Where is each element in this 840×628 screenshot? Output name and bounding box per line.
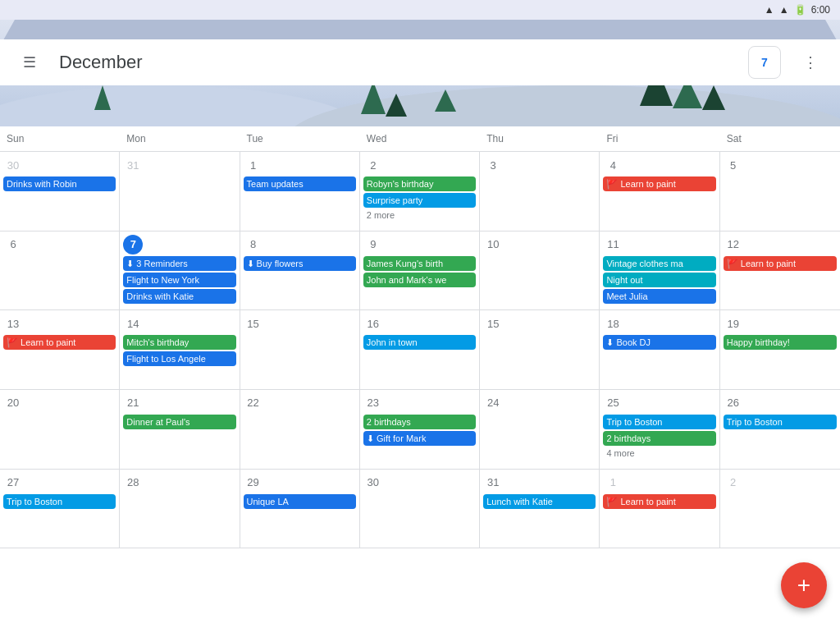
signal-icon: ▲	[779, 4, 789, 16]
calendar-day: 18⬇ Book DJ	[600, 310, 719, 389]
calendar-event[interactable]: 🚩 Learn to paint	[724, 256, 837, 271]
calendar-day: 10	[480, 231, 600, 310]
calendar-event[interactable]: 2 birthdays	[363, 415, 476, 429]
day-number[interactable]: 25	[603, 393, 623, 413]
calendar-event[interactable]: Dinner at Paul's	[123, 415, 235, 429]
calendar-event[interactable]: 🚩 Learn to paint	[3, 335, 116, 350]
day-number[interactable]: 21	[123, 393, 143, 413]
calendar-event[interactable]: Night out	[603, 273, 715, 287]
calendar-event[interactable]: Happy birthday!	[724, 335, 837, 350]
day-number[interactable]: 15	[483, 314, 503, 333]
calendar-event[interactable]: ⬇ Book DJ	[603, 335, 715, 350]
day-number[interactable]: 26	[724, 393, 743, 413]
calendar-day: 22	[240, 390, 360, 469]
calendar-event[interactable]: 🚩 Learn to paint	[603, 494, 715, 509]
day-number[interactable]: 5	[724, 155, 743, 175]
calendar-event[interactable]: Lunch with Katie	[483, 494, 596, 509]
calendar-day: 24	[480, 390, 600, 469]
calendar-week-3: 2021Dinner at Paul's22232 birthdays⬇ Gif…	[0, 390, 840, 470]
calendar-day: 25Trip to Boston2 birthdays4 more	[600, 390, 719, 469]
status-bar: ▲ ▲ 🔋 6:00	[0, 0, 840, 20]
day-number[interactable]: 31	[123, 155, 143, 175]
add-event-fab[interactable]: +	[781, 562, 827, 608]
day-number[interactable]: 29	[244, 473, 263, 493]
day-number[interactable]: 30	[3, 155, 23, 175]
calendar-event[interactable]: Trip to Boston	[724, 415, 837, 429]
calendar-event[interactable]: ⬇ 3 Reminders	[123, 256, 235, 271]
day-header-sat: Sat	[720, 130, 840, 148]
day-number[interactable]: 18	[603, 314, 623, 333]
day-number[interactable]: 12	[724, 235, 743, 254]
day-number[interactable]: 2	[363, 155, 383, 175]
calendar-event[interactable]: Unique LA	[244, 494, 356, 509]
calendar-day: 12🚩 Learn to paint	[720, 231, 840, 310]
menu-button[interactable]: ☰	[13, 46, 46, 79]
day-number[interactable]: 20	[3, 393, 23, 413]
svg-marker-3	[361, 81, 386, 114]
day-number[interactable]: 27	[3, 473, 23, 493]
day-header-sun: Sun	[0, 130, 120, 148]
calendar-event[interactable]: Flight to New York	[123, 273, 235, 287]
calendar-event[interactable]: Robyn's birthday	[363, 176, 476, 191]
calendar-date-button[interactable]: 7	[748, 46, 781, 79]
day-number[interactable]: 3	[483, 155, 503, 175]
more-events-link[interactable]: 4 more	[603, 447, 715, 459]
day-header-mon: Mon	[120, 130, 240, 148]
calendar-week-4: 27Trip to Boston2829Unique LA3031Lunch w…	[0, 470, 840, 549]
day-number[interactable]: 30	[363, 473, 383, 493]
calendar-event[interactable]: Surprise party	[363, 193, 476, 208]
calendar-day: 6	[0, 231, 120, 310]
day-number[interactable]: 1	[244, 155, 263, 175]
day-number[interactable]: 22	[244, 393, 263, 413]
calendar-day: 31	[120, 152, 240, 231]
calendar-container: SunMonTueWedThuFriSat 30Drinks with Robi…	[0, 126, 840, 628]
calendar-event[interactable]: John in town	[363, 335, 476, 350]
calendar-event[interactable]: Meet Julia	[603, 289, 715, 304]
calendar-day: 26Trip to Boston	[720, 390, 840, 469]
day-number[interactable]: 4	[603, 155, 623, 175]
calendar-event[interactable]: Vintage clothes ma	[603, 256, 715, 271]
day-number[interactable]: 8	[244, 235, 263, 254]
calendar-event[interactable]: Drinks with Robin	[3, 176, 116, 191]
calendar-day: 20	[0, 390, 120, 469]
calendar-day: 1Team updates	[240, 152, 360, 231]
day-number[interactable]: 6	[3, 235, 23, 254]
calendar-day: 11Vintage clothes maNight outMeet Julia	[600, 231, 719, 310]
day-number[interactable]: 28	[123, 473, 143, 493]
day-number[interactable]: 11	[603, 235, 623, 254]
calendar-event[interactable]: 🚩 Learn to paint	[603, 176, 715, 191]
day-header-tue: Tue	[240, 130, 360, 148]
calendar-event[interactable]: Drinks with Katie	[123, 289, 235, 304]
calendar-event[interactable]: ⬇ Gift for Mark	[363, 431, 476, 446]
calendar-event[interactable]: James Kung's birth	[363, 256, 476, 271]
more-options-button[interactable]: ⋮	[794, 46, 827, 79]
day-number[interactable]: 23	[363, 393, 383, 413]
day-number[interactable]: 16	[363, 314, 383, 333]
calendar-day: 16John in town	[360, 310, 480, 389]
calendar-week-1: 67⬇ 3 RemindersFlight to New YorkDrinks …	[0, 231, 840, 311]
day-number[interactable]: 7	[123, 235, 143, 254]
header-illustration: ☰ December 7 ⋮ ⛷	[0, 20, 840, 126]
calendar-event[interactable]: John and Mark's we	[363, 273, 476, 287]
more-events-link[interactable]: 2 more	[363, 209, 476, 221]
day-number[interactable]: 1	[603, 473, 623, 493]
day-number[interactable]: 2	[724, 473, 743, 493]
calendar-event[interactable]: Mitch's birthday	[123, 335, 235, 350]
day-number[interactable]: 19	[724, 314, 743, 333]
day-number[interactable]: 10	[483, 235, 503, 254]
calendar-day: 13🚩 Learn to paint	[0, 310, 120, 389]
calendar-event[interactable]: Team updates	[244, 176, 356, 191]
day-number[interactable]: 13	[3, 314, 23, 333]
day-number[interactable]: 9	[363, 235, 383, 254]
calendar-event[interactable]: 2 birthdays	[603, 431, 715, 446]
day-number[interactable]: 24	[483, 393, 503, 413]
calendar-event[interactable]: Flight to Los Angele	[123, 351, 235, 366]
calendar-event[interactable]: Trip to Boston	[3, 494, 116, 509]
day-header-fri: Fri	[600, 130, 719, 148]
wifi-icon: ▲	[765, 4, 774, 16]
day-number[interactable]: 15	[244, 314, 263, 333]
day-number[interactable]: 14	[123, 314, 143, 333]
calendar-event[interactable]: ⬇ Buy flowers	[244, 256, 356, 271]
calendar-event[interactable]: Trip to Boston	[603, 415, 715, 429]
day-number[interactable]: 31	[483, 473, 503, 493]
